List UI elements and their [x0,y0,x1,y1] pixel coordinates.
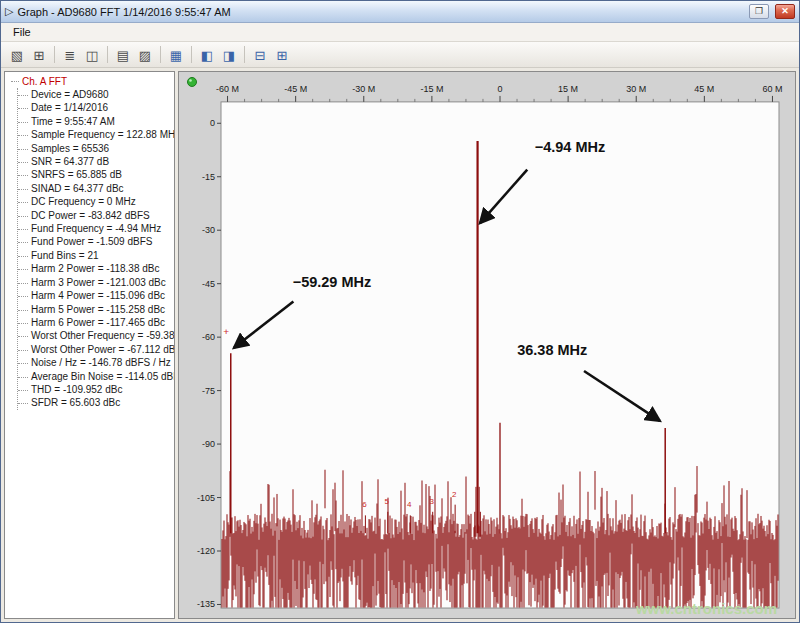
annotation-label: 36.38 MHz [517,342,587,358]
x-axis-tick-label: 60 M [762,84,782,94]
tree-item[interactable]: SNRFS = 65.885 dB [18,168,174,181]
window-title: Graph - AD9680 FFT 1/14/2016 9:55:47 AM [17,6,743,18]
tree-item[interactable]: Harm 3 Power = -121.003 dBc [18,276,174,289]
x-axis-tick-label: 15 M [558,84,578,94]
fft-chart: -60 M-45 M-30 M-15 M015 M30 M45 M60 M0-1… [179,72,795,618]
tree-item[interactable]: SNR = 64.377 dB [18,155,174,168]
tree-item[interactable]: Fund Bins = 21 [18,249,174,262]
x-axis-tick-label: 45 M [694,84,714,94]
toolbar-separator [244,46,245,63]
tree-item[interactable]: Time = 9:55:47 AM [18,115,174,128]
chart-panel: -60 M-45 M-30 M-15 M015 M30 M45 M60 M0-1… [178,71,796,619]
status-led-highlight [189,79,192,82]
x-axis-tick-label: -15 M [420,84,443,94]
toolbar-separator [107,46,108,63]
title-bar[interactable]: ▷ Graph - AD9680 FFT 1/14/2016 9:55:47 A… [1,1,799,23]
y-axis-tick-label: -45 [202,279,215,289]
tree-item[interactable]: Device = AD9680 [18,88,174,101]
tree-item[interactable]: Noise / Hz = -146.78 dBFS / Hz [18,356,174,369]
annotation-label: −4.94 MHz [535,140,606,156]
tree-item[interactable]: SFDR = 65.603 dBc [18,396,174,409]
grid-icon[interactable]: ▦ [165,45,187,65]
menu-bar: File [1,23,799,42]
tree-item[interactable]: Harm 4 Power = -115.096 dBc [18,289,174,302]
split-vertical-icon[interactable]: ◨ [218,45,240,65]
x-axis-tick-label: -45 M [284,84,307,94]
toolbar: ▧⊞≣◫▤▨▦◧◨⊟⊞ [1,42,799,68]
tree-item[interactable]: Harm 6 Power = -117.465 dBc [18,316,174,329]
tree-item[interactable]: Fund Power = -1.509 dBFS [18,235,174,248]
x-axis-tick-label: 0 [497,84,502,94]
toolbar-separator [191,46,192,63]
maximize-button[interactable]: ❐ [749,4,769,19]
tree-item[interactable]: Worst Other Power = -67.112 dBFS [18,343,174,356]
print-icon[interactable]: ▤ [112,45,134,65]
graph-window: ▷ Graph - AD9680 FFT 1/14/2016 9:55:47 A… [0,0,800,623]
y-axis-tick-label: -105 [197,493,215,503]
harmonic-label: 2 [452,490,457,499]
tile-windows-icon[interactable]: ⊞ [271,45,293,65]
tree-item[interactable]: Sample Frequency = 122.88 MHz [18,128,174,141]
x-axis-tick-label: -30 M [352,84,375,94]
x-axis-tick-label: 30 M [626,84,646,94]
watermark: www.cntronics.com [635,600,777,617]
y-axis-tick-label: -60 [202,332,215,342]
copy-icon[interactable]: ▨ [134,45,156,65]
tree-item[interactable]: Date = 1/14/2016 [18,101,174,114]
y-axis-tick-label: 0 [210,118,215,128]
menu-file[interactable]: File [5,24,39,40]
save-icon[interactable]: ◫ [81,45,103,65]
y-axis-tick-label: -75 [202,386,215,396]
tree-root-ch-a-fft[interactable]: Ch. A FFT [10,75,174,88]
tree-item[interactable]: Worst Other Frequency = -59.38 MHz [18,329,174,342]
cascade-windows-icon[interactable]: ⊟ [249,45,271,65]
tree-item-list: Device = AD9680Date = 1/14/2016Time = 9:… [17,88,174,410]
y-axis-tick-label: -15 [202,172,215,182]
toolbar-separator [160,46,161,63]
tree-item[interactable]: Samples = 65536 [18,142,174,155]
split-horizontal-icon[interactable]: ◧ [196,45,218,65]
y-axis-tick-label: -90 [202,439,215,449]
tree-item[interactable]: DC Frequency = 0 MHz [18,195,174,208]
harmonic-label: 6 [362,500,367,509]
tree-item[interactable]: Fund Frequency = -4.94 MHz [18,222,174,235]
toolbar-separator [54,46,55,63]
tree-item[interactable]: THD = -109.952 dBc [18,383,174,396]
tree-item[interactable]: SINAD = 64.377 dBc [18,182,174,195]
annotation-icon[interactable]: ≣ [59,45,81,65]
tree-item[interactable]: Harm 2 Power = -118.38 dBc [18,262,174,275]
main-content: Ch. A FFT Device = AD9680Date = 1/14/201… [1,68,799,622]
worst-other-marker: + [223,326,229,337]
y-axis-tick-label: -30 [202,225,215,235]
export-graph-icon[interactable]: ▧ [6,45,28,65]
app-icon: ▷ [5,5,13,18]
x-axis-tick-label: -60 M [216,84,239,94]
tree-item[interactable]: Harm 5 Power = -115.258 dBc [18,303,174,316]
annotation-label: −59.29 MHz [293,274,372,290]
harmonic-label: 5 [385,497,390,506]
status-led [188,77,197,86]
y-axis-tick-label: -135 [197,599,215,609]
tree-item[interactable]: Average Bin Noise = -114.05 dBFS [18,370,174,383]
y-axis-tick-label: -120 [197,546,215,556]
harmonic-label: 4 [407,500,412,509]
data-table-icon[interactable]: ⊞ [28,45,50,65]
close-button[interactable]: ✕ [775,4,795,19]
results-tree-panel: Ch. A FFT Device = AD9680Date = 1/14/201… [4,71,175,619]
harmonic-label: 3 [429,497,434,506]
tree-item[interactable]: DC Power = -83.842 dBFS [18,209,174,222]
